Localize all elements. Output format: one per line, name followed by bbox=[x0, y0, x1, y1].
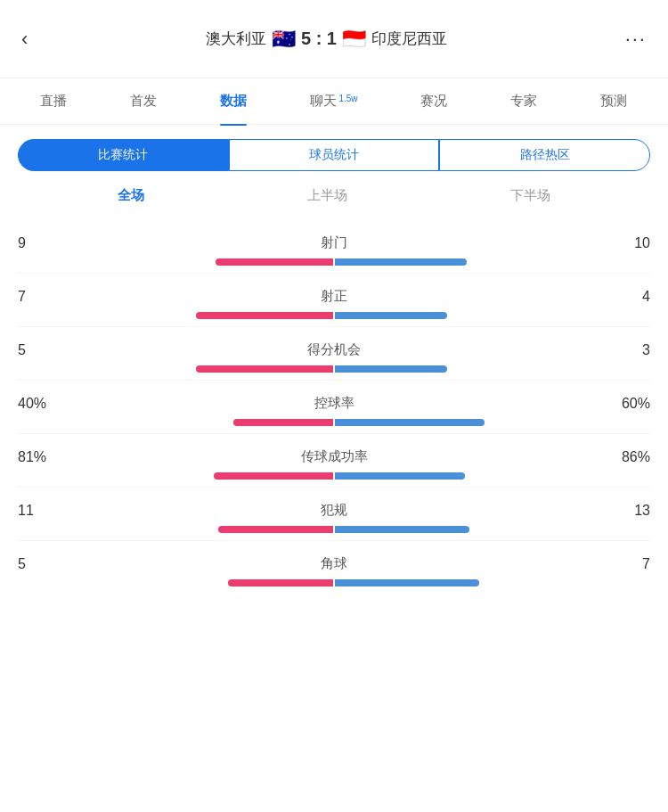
chat-badge: 1.5w bbox=[338, 94, 357, 103]
tab-data[interactable]: 数据 bbox=[220, 89, 247, 113]
stat-bars bbox=[18, 419, 650, 426]
left-bar bbox=[214, 472, 333, 480]
tab-expert[interactable]: 专家 bbox=[510, 89, 537, 113]
stat-bars bbox=[18, 579, 650, 586]
right-bar bbox=[335, 526, 469, 533]
left-bar bbox=[196, 312, 333, 319]
nav-tabs: 直播 首发 数据 聊天 1.5w 赛况 专家 预测 bbox=[0, 78, 668, 125]
more-button[interactable]: ··· bbox=[618, 21, 654, 58]
header: ‹ 澳大利亚 🇦🇺 5 : 1 🇮🇩 印度尼西亚 ··· bbox=[0, 0, 668, 78]
stat-label: 射正 bbox=[71, 288, 597, 305]
tab-live[interactable]: 直播 bbox=[40, 89, 67, 113]
stat-left-value: 7 bbox=[18, 289, 71, 305]
stats-container: 9射门107射正45得分机会340%控球率60%81%传球成功率86%11犯规1… bbox=[0, 220, 668, 594]
left-bar bbox=[228, 579, 333, 586]
stat-label: 犯规 bbox=[71, 502, 597, 519]
stat-label: 控球率 bbox=[71, 395, 597, 412]
period-tab-second-half[interactable]: 下半场 bbox=[493, 184, 568, 208]
stat-row: 81%传球成功率86% bbox=[18, 434, 650, 488]
stat-row: 5得分机会3 bbox=[18, 327, 650, 381]
stat-left-value: 5 bbox=[18, 556, 71, 572]
stat-right-value: 3 bbox=[597, 342, 650, 358]
stat-bars bbox=[18, 365, 650, 373]
flag-left: 🇦🇺 bbox=[272, 28, 296, 51]
tab-predict[interactable]: 预测 bbox=[600, 89, 627, 113]
right-bar bbox=[335, 365, 447, 373]
stat-left-value: 5 bbox=[18, 342, 71, 358]
stat-right-value: 7 bbox=[597, 556, 650, 572]
flag-right: 🇮🇩 bbox=[342, 28, 366, 51]
match-score: 5 : 1 bbox=[301, 29, 337, 49]
right-bar bbox=[335, 419, 485, 426]
stat-row: 11犯规13 bbox=[18, 488, 650, 541]
period-tab-full[interactable]: 全场 bbox=[100, 184, 162, 208]
right-bar bbox=[335, 579, 479, 586]
period-tabs: 全场 上半场 下半场 bbox=[0, 171, 668, 220]
match-title: 澳大利亚 🇦🇺 5 : 1 🇮🇩 印度尼西亚 bbox=[206, 28, 447, 51]
sub-tab-heatmap[interactable]: 路径热区 bbox=[439, 139, 650, 171]
stat-bars bbox=[18, 526, 650, 533]
stat-label: 传球成功率 bbox=[71, 448, 597, 465]
sub-tab-match-stats[interactable]: 比赛统计 bbox=[18, 139, 229, 171]
sub-tabs: 比赛统计 球员统计 路径热区 bbox=[0, 125, 668, 171]
stat-left-value: 81% bbox=[18, 449, 71, 465]
left-bar bbox=[196, 365, 333, 373]
stat-right-value: 13 bbox=[597, 503, 650, 519]
tab-lineup[interactable]: 首发 bbox=[130, 89, 157, 113]
stat-right-value: 86% bbox=[597, 449, 650, 465]
right-bar bbox=[335, 312, 447, 319]
stat-row: 9射门10 bbox=[18, 220, 650, 274]
right-bar bbox=[335, 472, 465, 480]
stat-label: 射门 bbox=[71, 234, 597, 251]
left-bar bbox=[233, 419, 333, 426]
stat-left-value: 9 bbox=[18, 235, 71, 251]
tab-live-score[interactable]: 赛况 bbox=[420, 89, 447, 113]
stat-label: 得分机会 bbox=[71, 341, 597, 358]
team-left-name: 澳大利亚 bbox=[206, 29, 266, 49]
stat-label: 角球 bbox=[71, 555, 597, 572]
stat-right-value: 4 bbox=[597, 289, 650, 305]
right-bar bbox=[335, 258, 467, 266]
stat-right-value: 60% bbox=[597, 396, 650, 412]
stat-row: 5角球7 bbox=[18, 541, 650, 594]
stat-bars bbox=[18, 312, 650, 319]
stat-bars bbox=[18, 258, 650, 266]
sub-tab-player-stats[interactable]: 球员统计 bbox=[229, 139, 440, 171]
stat-right-value: 10 bbox=[597, 235, 650, 251]
stat-left-value: 11 bbox=[18, 503, 71, 519]
stat-row: 40%控球率60% bbox=[18, 381, 650, 434]
period-tab-first-half[interactable]: 上半场 bbox=[289, 184, 365, 208]
team-right-name: 印度尼西亚 bbox=[371, 29, 447, 49]
tab-chat[interactable]: 聊天 1.5w bbox=[310, 89, 357, 113]
stat-left-value: 40% bbox=[18, 396, 71, 412]
stat-row: 7射正4 bbox=[18, 274, 650, 327]
stat-bars bbox=[18, 472, 650, 480]
left-bar bbox=[216, 258, 333, 266]
left-bar bbox=[218, 526, 333, 533]
back-button[interactable]: ‹ bbox=[14, 21, 35, 58]
